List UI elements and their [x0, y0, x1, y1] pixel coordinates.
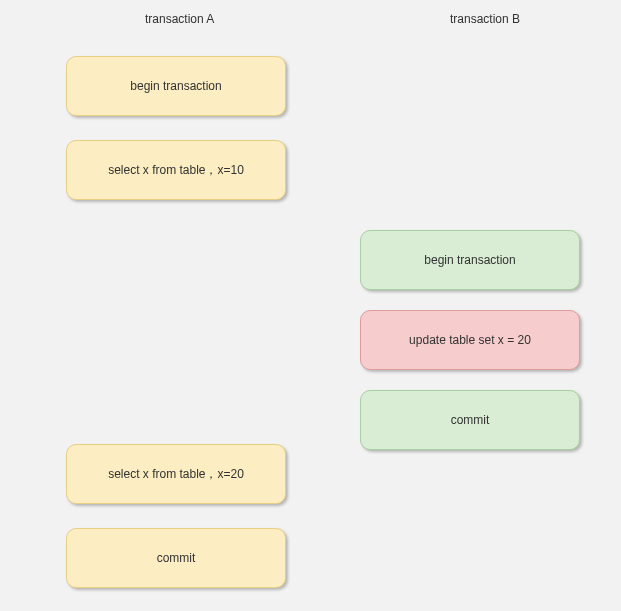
- diagram-canvas: transaction A transaction B begin transa…: [0, 0, 621, 611]
- txa-select2-box: select x from table，x=20: [66, 444, 286, 504]
- txa-select1-box: select x from table，x=10: [66, 140, 286, 200]
- txa-commit-box: commit: [66, 528, 286, 588]
- txb-begin-box: begin transaction: [360, 230, 580, 290]
- txb-update-box: update table set x = 20: [360, 310, 580, 370]
- header-transaction-a: transaction A: [145, 12, 214, 26]
- header-transaction-b: transaction B: [450, 12, 520, 26]
- txa-begin-box: begin transaction: [66, 56, 286, 116]
- txb-commit-box: commit: [360, 390, 580, 450]
